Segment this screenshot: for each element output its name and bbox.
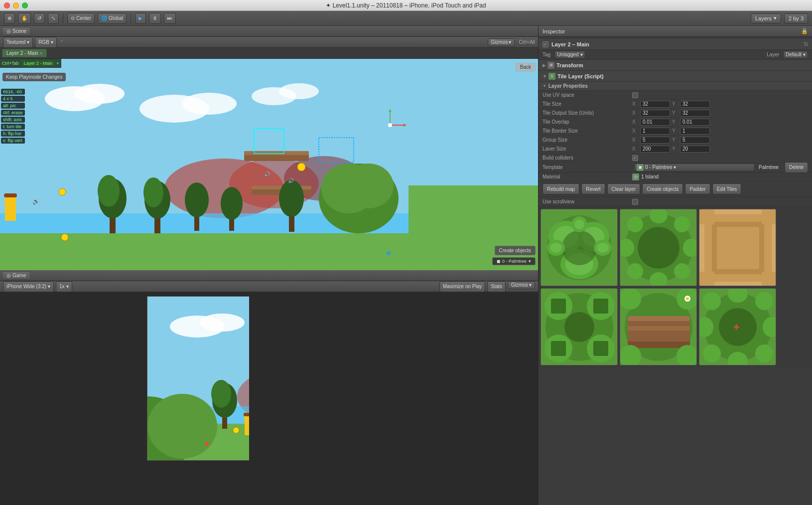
create-objects-inspector-button[interactable]: Create objects bbox=[642, 183, 683, 194]
svg-text:🔊: 🔊 bbox=[264, 171, 271, 177]
layers-dropdown[interactable]: Layers ▾ bbox=[751, 13, 781, 23]
tile-border-label: Tile Border Size bbox=[542, 128, 632, 134]
layer-size-x-field[interactable] bbox=[640, 146, 670, 153]
transform-header[interactable]: ▶ ⊞ Transform bbox=[539, 60, 812, 71]
tile-overlap-y-field[interactable] bbox=[680, 119, 710, 126]
keep-playmode-button[interactable]: Keep Playmode Changes bbox=[2, 73, 66, 81]
layer-close-x[interactable]: × bbox=[56, 61, 59, 66]
ctrl-all-label: Ctrl+All bbox=[519, 39, 535, 45]
scene-tab[interactable]: ◎ Scene bbox=[2, 27, 31, 35]
tile-border-y-field[interactable] bbox=[680, 128, 710, 135]
use-scrollview-row: Use scrollview bbox=[539, 197, 812, 207]
tile-2-preview bbox=[620, 209, 697, 286]
group-size-y-field[interactable] bbox=[680, 137, 710, 144]
tile-overlap-x-field[interactable] bbox=[640, 119, 670, 126]
svg-point-42 bbox=[387, 251, 391, 255]
scale-tool-button[interactable]: ⤡ bbox=[48, 13, 59, 24]
svg-point-22 bbox=[143, 177, 163, 207]
use-uv-checkbox[interactable] bbox=[632, 92, 638, 98]
layer-properties-header[interactable]: ▼ Layer Properties bbox=[539, 82, 812, 91]
scene-shader-dropdown[interactable]: Textured ▾ bbox=[3, 37, 33, 48]
maximize-button[interactable] bbox=[22, 2, 28, 8]
svg-rect-137 bbox=[628, 337, 690, 341]
object-lock[interactable]: Si bbox=[804, 41, 808, 47]
layer-size-row: Laver Size X Y bbox=[539, 145, 812, 154]
pause-button[interactable]: ⏸ bbox=[149, 13, 161, 24]
layout-dropdown[interactable]: 2 by 3 bbox=[784, 13, 808, 23]
layer-tab-close[interactable]: × bbox=[40, 51, 42, 56]
scene-rgb-dropdown[interactable]: RGB ▾ bbox=[35, 37, 57, 48]
clear-layer-button[interactable]: Clear layer bbox=[607, 183, 640, 194]
minimize-button[interactable] bbox=[13, 2, 19, 8]
transform-foldout-icon: ▶ bbox=[542, 63, 546, 68]
use-scrollview-checkbox[interactable] bbox=[632, 199, 638, 205]
inspector-tab-label[interactable]: Inspector bbox=[542, 28, 565, 34]
svg-rect-116 bbox=[762, 209, 776, 224]
hand-tool-button[interactable]: ✋ bbox=[18, 13, 31, 24]
palmtree-selector[interactable]: ◼ 0 - Palmtree ▾ bbox=[492, 257, 536, 265]
svg-rect-127 bbox=[551, 341, 566, 356]
layer-size-y-field[interactable] bbox=[680, 146, 710, 153]
material-row: Material ◎ 1 Island bbox=[539, 172, 812, 181]
move-tool-button[interactable]: ⊕ bbox=[4, 13, 15, 24]
svg-point-79 bbox=[233, 427, 239, 433]
rotate-tool-button[interactable]: ↺ bbox=[34, 13, 45, 24]
maximize-on-play-button[interactable]: Maximize on Play bbox=[439, 281, 485, 292]
layer-size-label: Laver Size bbox=[542, 146, 632, 152]
game-resolution-factor[interactable]: 1x ▾ bbox=[56, 281, 72, 292]
tile-layer-header[interactable]: ▼ S Tile Layer (Script) bbox=[539, 71, 812, 82]
back-button[interactable]: Back bbox=[516, 63, 536, 71]
build-colliders-checkbox[interactable] bbox=[632, 155, 638, 161]
tile-output-x-field[interactable] bbox=[640, 110, 670, 117]
layer-display: Layer 2 - Main bbox=[21, 60, 56, 66]
object-name-row: Layer 2 – Main Si bbox=[539, 39, 812, 50]
tile-item-6[interactable]: ✦ bbox=[699, 288, 776, 365]
tag-dropdown[interactable]: Untagged ▾ bbox=[554, 51, 585, 59]
scene-canvas[interactable]: 🔊 🔊 🔊 bbox=[0, 59, 538, 270]
rebuild-map-button[interactable]: Rebuild map bbox=[542, 183, 579, 194]
template-dropdown[interactable]: ◼ 0 - Palmtree ▾ bbox=[634, 164, 755, 171]
separator-2 bbox=[131, 13, 131, 23]
window-controls bbox=[4, 2, 28, 8]
inspector-lock-icon[interactable]: 🔒 bbox=[801, 28, 808, 34]
tile-output-y-field[interactable] bbox=[680, 110, 710, 117]
scene-view: ◎ Scene Textured ▾ RGB ▾ * Gizmos ▾ bbox=[0, 26, 538, 270]
padder-button[interactable]: Padder bbox=[685, 183, 710, 194]
left-panel: ◎ Scene Textured ▾ RGB ▾ * Gizmos ▾ bbox=[0, 26, 538, 505]
svg-point-80 bbox=[205, 442, 209, 446]
flip-hor-tool: h: flip hor bbox=[1, 131, 25, 137]
tile-item-4[interactable] bbox=[541, 288, 618, 365]
tile-item-5[interactable] bbox=[620, 288, 697, 365]
svg-point-151 bbox=[755, 292, 773, 310]
tile-item-2[interactable] bbox=[620, 209, 697, 286]
game-gizmos-dropdown[interactable]: Gizmos ▾ bbox=[508, 281, 535, 289]
create-objects-button[interactable]: Create objects bbox=[495, 246, 536, 255]
stats-button[interactable]: Stats bbox=[487, 281, 506, 292]
tile-item-1[interactable] bbox=[541, 209, 618, 286]
step-button[interactable]: ⏭ bbox=[164, 13, 176, 24]
play-button[interactable]: ▶ bbox=[135, 13, 146, 24]
tile-output-values: X Y bbox=[632, 110, 808, 117]
global-toggle[interactable]: 🌐 Global bbox=[98, 13, 127, 24]
build-colliders-row: Build colliders bbox=[539, 154, 812, 163]
game-tab[interactable]: ◎ Game bbox=[2, 271, 30, 280]
gizmos-dropdown[interactable]: Gizmos ▾ bbox=[488, 38, 515, 46]
tile-size-x-field[interactable] bbox=[640, 101, 670, 108]
revert-button[interactable]: Revert bbox=[581, 183, 605, 194]
separator-1 bbox=[63, 13, 63, 23]
object-active-checkbox[interactable] bbox=[542, 41, 548, 47]
tile-size-y-field[interactable] bbox=[680, 101, 710, 108]
svg-rect-126 bbox=[593, 299, 608, 314]
tile-border-x-field[interactable] bbox=[640, 128, 670, 135]
tile-item-3[interactable] bbox=[699, 209, 776, 286]
layer-dropdown[interactable]: Default ▾ bbox=[783, 51, 808, 59]
svg-point-48 bbox=[388, 123, 392, 127]
game-resolution-dropdown[interactable]: iPhone Wide (3:2) ▾ bbox=[3, 281, 54, 292]
group-size-x-field[interactable] bbox=[640, 137, 670, 144]
tile-layer-foldout-icon: ▼ bbox=[542, 74, 547, 79]
close-button[interactable] bbox=[4, 2, 10, 8]
layer-tab[interactable]: Layer 2 - Main × bbox=[2, 49, 47, 57]
center-toggle[interactable]: ⊙ Center bbox=[67, 13, 95, 24]
edit-tiles-button[interactable]: Edit Tiles bbox=[712, 183, 742, 194]
template-delete-button[interactable]: Delete bbox=[785, 162, 808, 173]
